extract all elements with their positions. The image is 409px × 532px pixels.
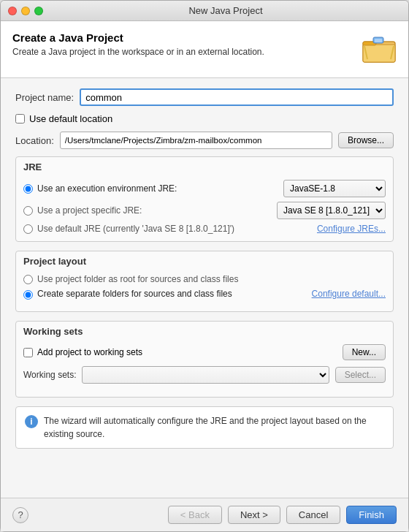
title-bar: New Java Project — [1, 1, 408, 21]
maximize-button[interactable] — [34, 7, 43, 15]
jre-section-title: JRE — [16, 157, 393, 175]
svg-rect-1 — [363, 45, 395, 62]
add-to-working-sets-row: Add project to working sets New... — [23, 344, 386, 360]
jre-section-body: Use an execution environment JRE: JavaSE… — [16, 175, 393, 241]
working-sets-input-row: Working sets: Select... — [23, 366, 386, 384]
jre-option2-radio[interactable] — [23, 206, 33, 216]
header-icon — [362, 31, 397, 69]
header-text: Create a Java Project Create a Java proj… — [12, 31, 264, 57]
project-layout-section: Project layout Use project folder as roo… — [15, 251, 394, 312]
layout-option2-row: Create separate folders for sources and … — [23, 289, 386, 300]
project-layout-title: Project layout — [16, 251, 393, 270]
jre-option1-radio[interactable] — [23, 184, 33, 194]
help-button[interactable]: ? — [12, 507, 28, 523]
project-name-input[interactable] — [80, 88, 394, 106]
jre-option2-label: Use a project specific JRE: — [37, 205, 277, 216]
finish-button[interactable]: Finish — [346, 506, 397, 524]
use-default-location-row: Use default location — [15, 113, 394, 124]
jre-option3-label: Use default JRE (currently 'Java SE 8 [1… — [37, 224, 317, 234]
info-box: i The wizard will automatically configur… — [15, 406, 394, 449]
dialog-header: Create a Java Project Create a Java proj… — [1, 21, 408, 78]
add-to-working-sets-label: Add project to working sets — [37, 347, 337, 357]
working-sets-body: Add project to working sets New... Worki… — [16, 340, 393, 397]
next-button[interactable]: Next > — [228, 506, 280, 524]
main-body: Project name: Use default location Locat… — [1, 78, 408, 498]
dialog-title: Create a Java Project — [12, 31, 264, 44]
jre-option2-row: Use a project specific JRE: Java SE 8 [1… — [23, 202, 386, 219]
dialog-footer: ? < Back Next > Cancel Finish — [1, 498, 408, 531]
close-button[interactable] — [8, 7, 17, 15]
location-row: Location: Browse... — [15, 132, 394, 149]
location-input[interactable] — [60, 132, 332, 149]
cancel-button[interactable]: Cancel — [286, 506, 340, 524]
back-button[interactable]: < Back — [168, 506, 222, 524]
dialog-content: Create a Java Project Create a Java proj… — [1, 21, 408, 531]
jre-option1-dropdown[interactable]: JavaSE-1.8 — [283, 180, 386, 197]
window-title: New Java Project — [50, 5, 401, 16]
layout-option1-row: Use project folder as root for sources a… — [23, 274, 386, 284]
layout-option1-radio[interactable] — [23, 275, 33, 284]
use-default-location-label: Use default location — [29, 113, 112, 124]
configure-jres-link[interactable]: Configure JREs... — [317, 224, 386, 234]
layout-option2-radio[interactable] — [23, 290, 33, 300]
minimize-button[interactable] — [21, 7, 30, 15]
footer-left: ? — [12, 507, 168, 523]
working-sets-label: Working sets: — [23, 370, 76, 380]
browse-button[interactable]: Browse... — [338, 132, 394, 148]
new-working-set-button[interactable]: New... — [343, 344, 386, 360]
add-to-working-sets-checkbox[interactable] — [23, 348, 33, 357]
traffic-lights — [8, 7, 43, 15]
jre-section: JRE Use an execution environment JRE: Ja… — [15, 156, 394, 242]
project-name-row: Project name: — [15, 88, 394, 106]
footer-right: < Back Next > Cancel Finish — [168, 506, 397, 524]
project-name-label: Project name: — [15, 92, 74, 103]
svg-rect-4 — [375, 39, 382, 42]
use-default-location-checkbox[interactable] — [15, 114, 25, 123]
layout-option2-label: Create separate folders for sources and … — [37, 289, 306, 299]
jre-option1-row: Use an execution environment JRE: JavaSE… — [23, 180, 386, 197]
jre-option2-dropdown[interactable]: Java SE 8 [1.8.0_121] — [277, 202, 386, 219]
select-working-set-button[interactable]: Select... — [335, 367, 386, 383]
folder-icon — [362, 31, 397, 66]
jre-option3-row: Use default JRE (currently 'Java SE 8 [1… — [23, 224, 386, 234]
dialog-subtitle: Create a Java project in the workspace o… — [12, 47, 264, 57]
info-icon: i — [25, 415, 38, 428]
working-sets-title: Working sets — [16, 322, 393, 340]
info-message: The wizard will automatically configure … — [44, 414, 384, 441]
project-layout-body: Use project folder as root for sources a… — [16, 270, 393, 311]
main-window: New Java Project Create a Java Project C… — [0, 0, 409, 532]
working-sets-dropdown[interactable] — [82, 366, 329, 384]
jre-option1-label: Use an execution environment JRE: — [37, 183, 283, 194]
working-sets-section: Working sets Add project to working sets… — [15, 321, 394, 398]
jre-option3-radio[interactable] — [23, 224, 33, 234]
configure-default-link[interactable]: Configure default... — [312, 289, 386, 299]
layout-option1-label: Use project folder as root for sources a… — [37, 274, 386, 284]
location-label: Location: — [15, 135, 54, 146]
